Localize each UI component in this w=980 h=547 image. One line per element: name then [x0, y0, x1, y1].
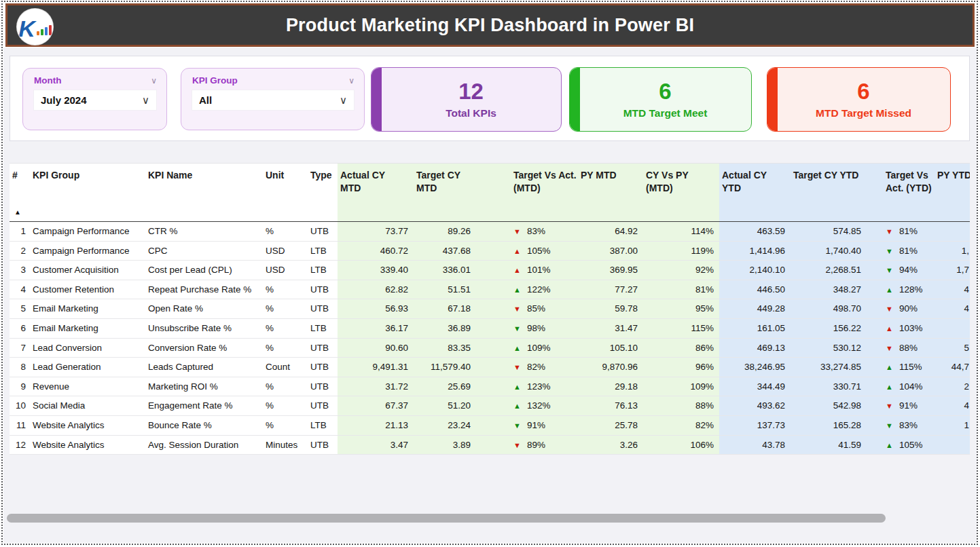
title-bar: K Product Marketing KPI Dashboard in Pow… [5, 3, 975, 47]
cell-name: Marketing ROI % [145, 377, 263, 396]
month-slicer-collapse-chevron-icon[interactable]: ∨ [151, 77, 157, 85]
cell-tva_mtd: ▲105% [476, 242, 578, 261]
kpi-group-dropdown[interactable]: All ∨ [192, 90, 355, 111]
cell-tva_mtd: ▼82% [476, 358, 578, 377]
cell-actual_mtd: 56.93 [338, 299, 414, 318]
cell-type: UTB [309, 339, 338, 358]
column-header-name[interactable]: KPI Name [145, 164, 263, 221]
down-arrow-icon: ▼ [886, 247, 893, 255]
table-row[interactable]: 7Lead ConversionConversion Rate %%UTB90.… [10, 339, 970, 358]
cell-actual_mtd: 31.72 [338, 377, 414, 396]
cell-cyvspy_mtd: 109% [643, 377, 719, 396]
column-header-type[interactable]: Type [309, 164, 338, 221]
month-dropdown[interactable]: July 2024 ∨ [33, 90, 157, 111]
down-arrow-icon: ▼ [886, 402, 893, 410]
column-header-py_mtd[interactable]: PY MTD [578, 164, 643, 221]
column-header-target_ytd[interactable]: Target CY YTD [791, 164, 867, 221]
cell-tva_ytd: ▼81% [867, 222, 934, 241]
column-header-actual_ytd[interactable]: Actual CY YTD [719, 164, 791, 221]
cell-name: Open Rate % [145, 299, 263, 318]
column-header-cyvspy_mtd[interactable]: CY Vs PY (MTD) [643, 164, 719, 221]
target-vs-actual-percent: 81% [899, 246, 918, 256]
mtd-target-missed-card: 6 MTD Target Missed [767, 67, 951, 132]
cell-py_ytd: 4 [934, 299, 970, 318]
column-header-label: Target CY YTD [793, 170, 858, 181]
cell-actual_ytd: 449.28 [719, 299, 791, 318]
cell-py_mtd: 369.95 [578, 261, 643, 280]
column-header-label: Actual CY YTD [722, 170, 767, 193]
table-row[interactable]: 3Customer AcquisitionCost per Lead (CPL)… [10, 261, 970, 280]
column-header-group[interactable]: KPI Group [30, 164, 145, 221]
column-header-tva_ytd[interactable]: Target Vs Act. (YTD) [867, 164, 934, 221]
table-row[interactable]: 6Email MarketingUnsubscribe Rate %%LTB36… [10, 319, 970, 339]
cell-cyvspy_mtd: 86% [643, 339, 719, 358]
cell-actual_mtd: 9,491.31 [338, 358, 414, 377]
cell-tva_mtd: ▼83% [476, 222, 578, 241]
up-arrow-icon: ▲ [886, 363, 893, 371]
cell-group: Campaign Performance [30, 222, 145, 241]
cell-name: Bounce Rate % [145, 416, 263, 435]
company-logo-icon: K [17, 9, 53, 45]
target-vs-actual-percent: 89% [527, 440, 545, 450]
cell-name: CPC [145, 242, 263, 261]
cell-actual_ytd: 161.05 [719, 319, 791, 338]
cell-tva_mtd: ▲101% [476, 261, 578, 280]
column-header-tva_mtd[interactable]: Target Vs Act. (MTD) [476, 164, 578, 221]
cell-group: Email Marketing [30, 299, 145, 318]
horizontal-scrollbar-thumb[interactable] [7, 514, 886, 523]
up-arrow-icon: ▲ [513, 247, 521, 255]
cell-type: UTB [309, 299, 338, 318]
cell-tva_ytd: ▲103% [867, 319, 934, 338]
cell-target_mtd: 11,579.40 [414, 358, 476, 377]
cell-py_mtd: 29.18 [578, 377, 643, 396]
table-row[interactable]: 11Website AnalyticsBounce Rate %%LTB21.1… [10, 416, 970, 436]
table-row[interactable]: 4Customer RetentionRepeat Purchase Rate … [10, 280, 970, 300]
cell-type: UTB [309, 436, 338, 455]
table-row[interactable]: 5Email MarketingOpen Rate %%UTB56.9367.1… [10, 299, 970, 319]
column-header-actual_mtd[interactable]: Actual CY MTD [338, 164, 414, 221]
cell-num: 4 [10, 280, 30, 299]
column-header-label: PY MTD [581, 170, 617, 181]
down-arrow-icon: ▼ [886, 227, 893, 235]
column-header-unit[interactable]: Unit [263, 164, 309, 221]
up-arrow-icon: ▲ [513, 383, 521, 391]
column-header-num[interactable]: #▲ [10, 164, 30, 221]
cell-target_ytd: 33,274.85 [791, 358, 867, 377]
table-row[interactable]: 8Lead GenerationLeads CapturedCountUTB9,… [10, 358, 970, 377]
kpi-group-slicer-collapse-chevron-icon[interactable]: ∨ [348, 77, 355, 85]
cell-group: Revenue [30, 377, 145, 396]
page-title: Product Marketing KPI Dashboard in Power… [286, 15, 694, 36]
cell-unit: % [263, 396, 309, 415]
cell-py_mtd: 3.26 [578, 436, 643, 455]
target-vs-actual-percent: 88% [899, 343, 918, 353]
down-arrow-icon: ▼ [886, 344, 893, 352]
cell-unit: % [263, 416, 309, 435]
down-arrow-icon: ▼ [886, 421, 893, 430]
target-vs-actual-percent: 109% [527, 343, 551, 353]
table-row[interactable]: 2Campaign PerformanceCPCUSDLTB460.72437.… [10, 242, 970, 261]
kpi-table: #▲KPI GroupKPI NameUnitTypeActual CY MTD… [10, 163, 970, 455]
up-arrow-icon: ▲ [513, 344, 521, 352]
table-row[interactable]: 10Social MediaEngagement Rate %%UTB67.37… [10, 396, 970, 416]
cell-actual_ytd: 1,414.96 [719, 242, 791, 261]
column-header-label: # [12, 170, 18, 181]
column-header-target_mtd[interactable]: Target CY MTD [414, 164, 476, 221]
cell-target_mtd: 89.26 [414, 222, 476, 241]
cell-actual_ytd: 38,246.95 [719, 358, 791, 377]
mtd-target-meet-card: 6 MTD Target Meet [569, 67, 752, 132]
column-header-py_ytd[interactable]: PY YTD [934, 164, 970, 221]
table-row[interactable]: 1Campaign PerformanceCTR %%UTB73.7789.26… [10, 222, 970, 242]
cell-target_ytd: 156.22 [791, 319, 867, 338]
cell-target_ytd: 2,268.51 [791, 261, 867, 280]
cell-py_ytd: 5 [934, 339, 970, 358]
table-row[interactable]: 12Website AnalyticsAvg. Session Duration… [10, 436, 970, 455]
table-row[interactable]: 9RevenueMarketing ROI %%UTB31.7225.69▲12… [10, 377, 970, 397]
cell-group: Customer Acquisition [30, 261, 145, 280]
cell-tva_ytd: ▼94% [867, 261, 934, 280]
down-arrow-icon: ▼ [513, 227, 521, 235]
cell-tva_ytd: ▼81% [867, 242, 934, 261]
cell-target_ytd: 348.27 [791, 280, 867, 299]
target-vs-actual-percent: 90% [899, 303, 918, 314]
cell-py_mtd: 76.13 [578, 396, 643, 415]
cell-num: 12 [10, 436, 30, 455]
